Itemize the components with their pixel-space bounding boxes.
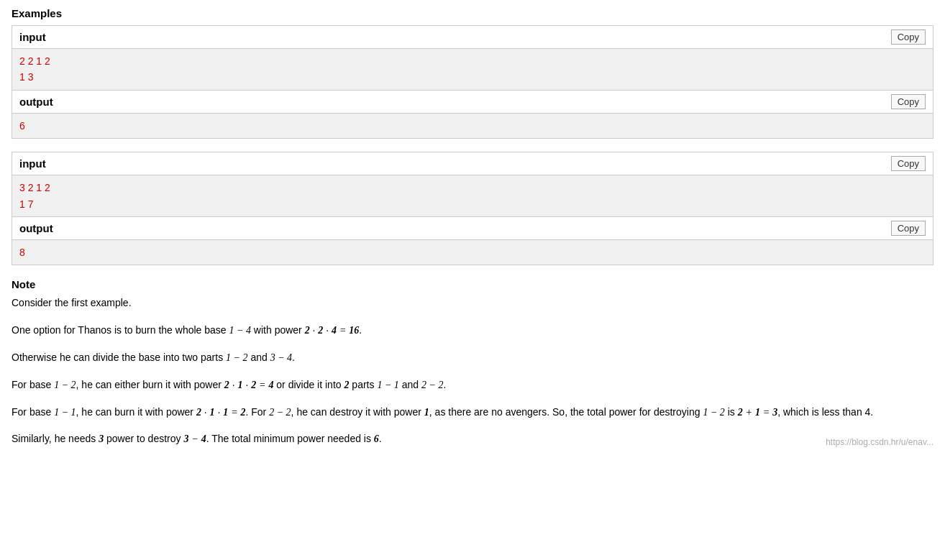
example2-input-copy-button[interactable]: Copy bbox=[891, 156, 926, 171]
example2-output-data: 8 bbox=[19, 244, 25, 260]
note-para2: One option for Thanos is to burn the who… bbox=[12, 322, 933, 339]
example1-input-copy-button[interactable]: Copy bbox=[891, 29, 926, 45]
note-title: Note bbox=[12, 278, 933, 290]
example2-output-label: output bbox=[19, 222, 53, 234]
note-para4: For base 1 − 2, he can either burn it wi… bbox=[12, 377, 933, 394]
example1-output-copy-button[interactable]: Copy bbox=[891, 94, 926, 109]
examples-section: Examples input Copy 2 2 1 21 3 output Co… bbox=[12, 7, 933, 448]
example1-output-data-row: 6 bbox=[12, 114, 933, 138]
example2-output-data-row: 8 bbox=[12, 240, 933, 265]
note-para3: Otherwise he can divide the base into tw… bbox=[12, 349, 933, 367]
example1-output-data: 6 bbox=[19, 118, 25, 134]
example1-output-header: output Copy bbox=[12, 91, 933, 114]
note-para5: For base 1 − 1, he can burn it with powe… bbox=[12, 404, 933, 421]
url-hint: https://blog.csdn.hr/u/enav... bbox=[826, 435, 933, 449]
example1-input-label: input bbox=[19, 31, 46, 43]
note-para6: Similarly, he needs 3 power to destroy 3… bbox=[12, 431, 933, 448]
example1-output-label: output bbox=[19, 96, 53, 108]
example1-input-header: input Copy bbox=[12, 26, 933, 49]
example2-output-header: output Copy bbox=[12, 217, 933, 240]
example2-block: input Copy 3 2 1 21 7 output Copy 8 bbox=[12, 152, 933, 265]
examples-title: Examples bbox=[12, 7, 933, 19]
example1-input-data: 2 2 1 21 3 bbox=[19, 53, 50, 86]
example2-input-label: input bbox=[19, 157, 46, 170]
example2-input-data-row: 3 2 1 21 7 bbox=[12, 175, 933, 217]
note-section: Note Consider the first example. One opt… bbox=[12, 278, 933, 448]
example2-input-data: 3 2 1 21 7 bbox=[19, 180, 50, 212]
example2-output-copy-button[interactable]: Copy bbox=[891, 221, 926, 236]
example2-input-header: input Copy bbox=[12, 152, 933, 175]
note-para1: Consider the first example. bbox=[12, 295, 933, 312]
example1-block: input Copy 2 2 1 21 3 output Copy 6 bbox=[12, 25, 933, 139]
example1-input-data-row: 2 2 1 21 3 bbox=[12, 49, 933, 91]
